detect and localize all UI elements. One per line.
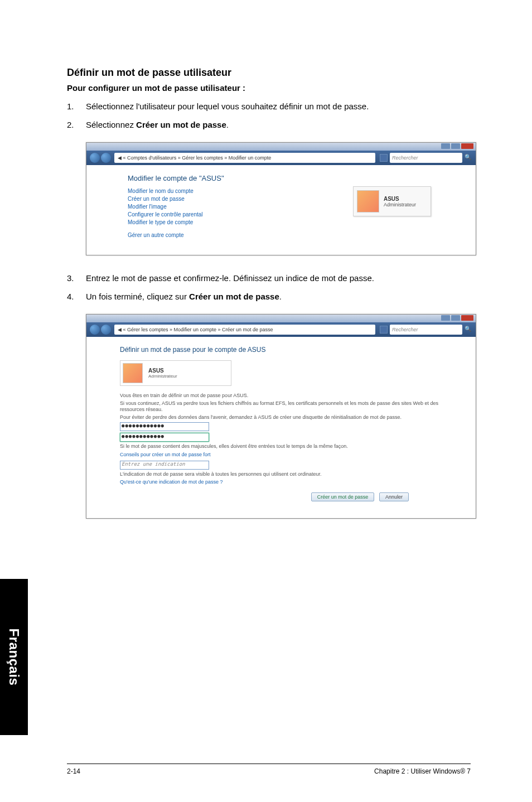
case-hint-text: Si le mot de passe contient des majuscul… [120, 443, 453, 449]
step-suffix: . [279, 292, 282, 301]
intro-text: Vous êtes en train de définir un mot de … [120, 393, 453, 398]
password-hint-input[interactable]: Entrez une indication [120, 461, 209, 470]
chapter-label: Chapitre 2 : Utiliser Windows® 7 [374, 767, 471, 775]
separator [128, 227, 460, 230]
account-tile: ASUS Administrateur [353, 186, 431, 216]
page-footer: 2-14 Chapitre 2 : Utiliser Windows® 7 [67, 764, 471, 775]
link-change-type[interactable]: Modifier le type de compte [128, 219, 460, 225]
nav-buttons [90, 153, 111, 163]
close-button[interactable] [461, 315, 473, 321]
account-name: ASUS [384, 196, 416, 202]
refresh-icon[interactable] [380, 326, 388, 334]
panel-body: Modifier le compte de "ASUS" Modifier le… [86, 165, 476, 255]
account-name: ASUS [148, 368, 177, 374]
step-text: Sélectionnez Créer un mot de passe. [86, 119, 229, 132]
account-info: ASUS Administrateur [384, 196, 416, 207]
hint-text: Pour éviter de perdre des données dans l… [120, 414, 453, 420]
password-confirm-input[interactable]: ●●●●●●●●●●●● [120, 433, 209, 442]
language-tab: Français [0, 579, 28, 735]
hint-visible-text: L'indication de mot de passe sera visibl… [120, 471, 453, 477]
explorer-toolbar: ◀ « Comptes d'utilisateurs » Gérer les c… [86, 151, 476, 165]
breadcrumb[interactable]: ◀ « Comptes d'utilisateurs » Gérer les c… [114, 153, 375, 163]
back-button[interactable] [90, 153, 100, 163]
step-text: Sélectionnez l'utilisateur pour lequel v… [86, 100, 369, 113]
section-title: Définir un mot de passe utilisateur [67, 67, 471, 79]
document-page: Définir un mot de passe utilisateur Pour… [0, 0, 532, 802]
warning-text: Si vous continuez, ASUS va perdre tous l… [120, 400, 453, 412]
forward-button[interactable] [101, 325, 111, 335]
search-input[interactable]: Rechercher [390, 153, 462, 163]
page-number: 2-14 [67, 767, 80, 775]
step-number: 1. [67, 100, 86, 113]
search-icon[interactable]: 🔍 [465, 154, 472, 162]
step-prefix: Sélectionnez [86, 120, 136, 129]
maximize-button[interactable] [451, 143, 460, 149]
account-info: ASUS Administrateur [148, 368, 177, 379]
panel-body: Définir un mot de passe pour le compte d… [86, 337, 476, 518]
step-1: 1. Sélectionnez l'utilisateur pour leque… [67, 100, 471, 113]
window-buttons [441, 143, 473, 149]
link-strong-password[interactable]: Conseils pour créer un mot de passe fort [120, 452, 453, 457]
language-label: Français [6, 629, 22, 686]
nav-buttons [90, 325, 111, 335]
step-4: 4. Un fois terminé, cliquez sur Créer un… [67, 291, 471, 303]
section-subtitle: Pour configurer un mot de passe utilisat… [67, 83, 471, 93]
breadcrumb[interactable]: ◀ « Gérer les comptes » Modifier un comp… [114, 325, 375, 335]
back-button[interactable] [90, 325, 100, 335]
create-password-button[interactable]: Créer un mot de passe [311, 492, 375, 501]
window-buttons [441, 315, 473, 321]
minimize-button[interactable] [441, 143, 450, 149]
step-3: 3. Entrez le mot de passe et confirmez-l… [67, 272, 471, 285]
avatar-icon [123, 363, 143, 383]
window-titlebar [86, 315, 476, 322]
step-number: 2. [67, 119, 86, 132]
panel-heading: Modifier le compte de "ASUS" [128, 174, 460, 182]
password-input[interactable]: ●●●●●●●●●●●● [120, 422, 209, 431]
search-wrap: Rechercher 🔍 [380, 325, 472, 335]
link-what-is-hint[interactable]: Qu'est-ce qu'une indication de mot de pa… [120, 479, 453, 485]
step-text: Entrez le mot de passe et confirmez-le. … [86, 272, 374, 285]
maximize-button[interactable] [451, 315, 460, 321]
cancel-button[interactable]: Annuler [379, 492, 409, 501]
link-manage-other[interactable]: Gérer un autre compte [128, 232, 460, 238]
step-2: 2. Sélectionnez Créer un mot de passe. [67, 119, 471, 132]
screenshot-create-password: ◀ « Gérer les comptes » Modifier un comp… [86, 314, 476, 519]
step-bold: Créer un mot de passe [136, 120, 226, 129]
step-suffix: . [226, 120, 229, 129]
search-wrap: Rechercher 🔍 [380, 153, 472, 163]
search-icon[interactable]: 🔍 [465, 326, 472, 334]
step-number: 3. [67, 272, 86, 285]
minimize-button[interactable] [441, 315, 450, 321]
search-input[interactable]: Rechercher [390, 325, 462, 335]
forward-button[interactable] [101, 153, 111, 163]
explorer-toolbar: ◀ « Gérer les comptes » Modifier un comp… [86, 322, 476, 337]
close-button[interactable] [461, 143, 473, 149]
step-text: Un fois terminé, cliquez sur Créer un mo… [86, 291, 282, 303]
button-row: Créer un mot de passe Annuler [120, 492, 453, 501]
refresh-icon[interactable] [380, 154, 388, 162]
screenshot-modify-account: ◀ « Comptes d'utilisateurs » Gérer les c… [86, 142, 476, 255]
panel-heading: Définir un mot de passe pour le compte d… [120, 346, 453, 354]
account-tile: ASUS Administrateur [120, 360, 231, 386]
step-number: 4. [67, 291, 86, 303]
avatar-icon [357, 190, 379, 212]
account-role: Administrateur [384, 202, 416, 207]
step-prefix: Un fois terminé, cliquez sur [86, 292, 189, 301]
step-bold: Créer un mot de passe [189, 292, 279, 301]
window-titlebar [86, 143, 476, 151]
account-role: Administrateur [148, 374, 177, 379]
